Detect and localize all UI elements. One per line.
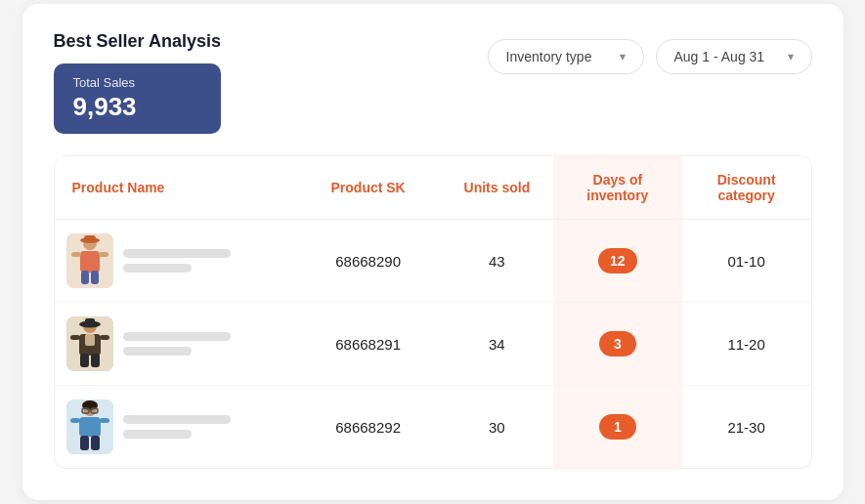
svg-rect-6 (99, 252, 108, 257)
inventory-type-dropdown[interactable]: Inventory type ▾ (488, 39, 644, 74)
product-text (123, 249, 231, 273)
main-container: Best Seller Analysis Total Sales 9,933 I… (22, 4, 843, 500)
product-name-line (123, 332, 231, 341)
left-header: Best Seller Analysis Total Sales 9,933 (54, 31, 221, 134)
total-sales-label: Total Sales (73, 75, 201, 90)
svg-rect-18 (91, 354, 100, 367)
chevron-down-icon: ▾ (788, 50, 794, 63)
product-sku: 68668292 (296, 386, 441, 469)
filters: Inventory type ▾ Aug 1 - Aug 31 ▾ (488, 39, 812, 74)
table-row: 6866829134311-20 (55, 303, 811, 386)
units-sold: 30 (441, 386, 553, 469)
date-range-label: Aug 1 - Aug 31 (674, 49, 765, 64)
product-sub-line (123, 430, 192, 439)
days-inventory: 1 (553, 386, 682, 469)
col-header-days: Days of inventory (553, 156, 682, 220)
svg-rect-27 (100, 418, 109, 423)
product-sub-line (123, 347, 192, 356)
discount-category: 11-20 (682, 303, 811, 386)
table-header-row: Product Name Product SK Units sold Days … (55, 156, 811, 220)
date-range-dropdown[interactable]: Aug 1 - Aug 31 ▾ (656, 39, 812, 74)
product-text (123, 332, 231, 356)
total-sales-value: 9,933 (73, 92, 201, 122)
days-badge: 1 (599, 414, 636, 440)
product-cell (66, 399, 284, 454)
inventory-type-label: Inventory type (506, 49, 592, 64)
svg-rect-28 (80, 436, 89, 450)
svg-rect-15 (70, 335, 80, 340)
units-sold: 34 (441, 303, 553, 386)
product-text (123, 415, 231, 439)
svg-rect-26 (70, 418, 80, 423)
product-avatar (66, 233, 113, 288)
col-header-sku: Product SK (296, 156, 441, 220)
data-table: Product Name Product SK Units sold Days … (54, 155, 812, 469)
product-sku: 68668290 (296, 220, 441, 303)
product-sub-line (123, 264, 192, 273)
product-name-line (123, 249, 231, 258)
product-name-cell (55, 303, 296, 386)
svg-rect-8 (91, 271, 99, 284)
page-title: Best Seller Analysis (54, 31, 221, 52)
total-sales-card: Total Sales 9,933 (54, 63, 221, 134)
svg-rect-12 (85, 318, 95, 325)
product-cell (66, 233, 284, 288)
days-inventory: 12 (553, 220, 682, 303)
svg-rect-4 (80, 251, 100, 273)
svg-rect-29 (91, 436, 100, 450)
product-name-cell (55, 220, 296, 303)
header: Best Seller Analysis Total Sales 9,933 I… (54, 31, 812, 134)
table-row: 6866829230121-30 (55, 386, 811, 469)
svg-rect-7 (81, 271, 89, 284)
days-inventory: 3 (553, 303, 682, 386)
product-name-cell (55, 386, 296, 469)
discount-category: 21-30 (682, 386, 811, 469)
product-avatar (66, 316, 113, 371)
col-header-units: Units sold (441, 156, 553, 220)
product-sku: 68668291 (296, 303, 441, 386)
table: Product Name Product SK Units sold Days … (55, 156, 811, 468)
units-sold: 43 (441, 220, 553, 303)
svg-rect-16 (100, 335, 109, 340)
svg-rect-25 (79, 417, 101, 437)
svg-rect-5 (71, 252, 81, 257)
svg-rect-14 (85, 334, 95, 346)
product-name-line (123, 415, 231, 424)
days-badge: 3 (599, 331, 636, 357)
col-header-discount: Discount category (682, 156, 811, 220)
svg-rect-3 (84, 235, 96, 241)
svg-rect-17 (80, 354, 89, 367)
chevron-down-icon: ▾ (620, 50, 626, 63)
days-badge: 12 (598, 248, 637, 273)
product-avatar (66, 399, 113, 454)
table-row: 68668290431201-10 (55, 220, 811, 303)
discount-category: 01-10 (682, 220, 811, 303)
product-cell (66, 316, 284, 371)
col-header-name: Product Name (55, 156, 296, 220)
